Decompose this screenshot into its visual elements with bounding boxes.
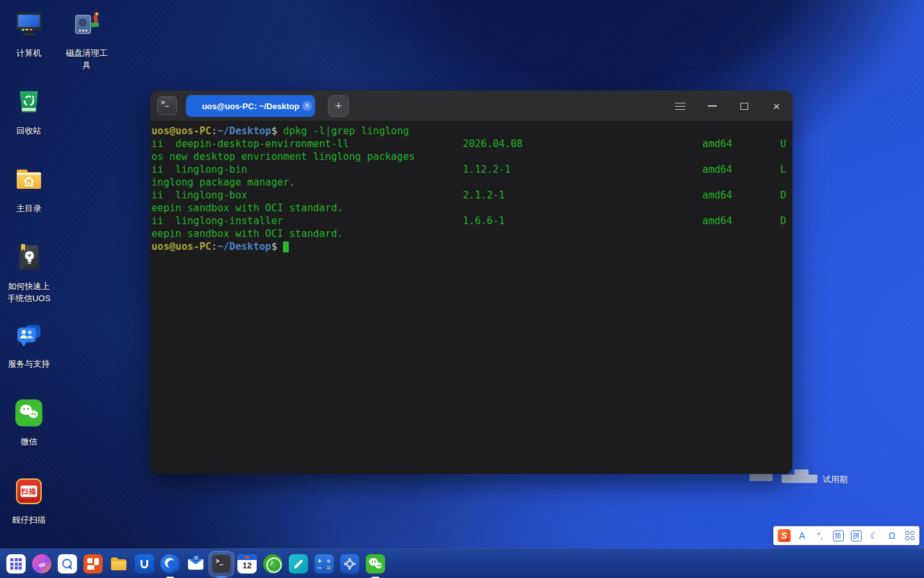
dock-app-store[interactable] <box>83 554 103 574</box>
dock-control-center[interactable] <box>340 554 359 574</box>
guide-book-icon <box>15 243 43 272</box>
people-icon <box>19 329 35 340</box>
music-icon: ♪ <box>263 554 282 574</box>
terminal-output: uos@uos-PC:~/Desktop$ dpkg -l|grep lingl… <box>151 125 792 253</box>
new-tab-button[interactable]: + <box>328 95 349 117</box>
dock-calculator[interactable]: +÷ −= <box>314 554 334 574</box>
recycle-bin-icon <box>15 88 43 116</box>
calendar-icon: 12 <box>237 554 257 574</box>
dock-terminal[interactable]: >_ <box>212 554 231 574</box>
ime-simplified-toggle[interactable]: 简 <box>831 529 845 543</box>
window-maximize-button[interactable] <box>733 94 756 118</box>
maximize-icon <box>740 103 748 110</box>
mail-icon: @ <box>186 554 205 574</box>
computer-icon <box>15 10 43 39</box>
desktop-icon-label: 如何快速上手统信UOS <box>5 280 53 304</box>
desktop-icon-label: 回收站 <box>17 125 42 137</box>
desktop-icon-label: 计算机 <box>17 47 42 59</box>
house-icon <box>23 176 35 187</box>
desktop-icon-service-support[interactable]: 服务与支持 <box>2 321 56 370</box>
trial-watermark-shape <box>749 474 773 481</box>
dock-uos-ai[interactable]: ∞ <box>32 554 51 574</box>
ime-toolbox[interactable] <box>903 529 917 543</box>
taskbar: ∞ @ >_ 12 ♪ +÷ −= <box>0 548 924 578</box>
desktop-icon-label: 服务与支持 <box>8 358 50 370</box>
app-store-icon <box>83 554 103 574</box>
dock-app-market[interactable] <box>135 554 154 574</box>
ime-sogou-logo[interactable]: S <box>777 529 791 543</box>
close-icon: × <box>773 100 780 112</box>
lightbulb-icon <box>22 249 37 266</box>
terminal-content-area[interactable]: uos@uos-PC:~/Desktop$ dpkg -l|grep lingl… <box>150 121 792 474</box>
desktop-icon-computer[interactable]: 计算机 <box>2 10 56 59</box>
desktop-icon-label: 微信 <box>21 435 37 448</box>
home-folder-icon <box>15 166 43 194</box>
file-manager-icon <box>109 554 128 574</box>
dock-text-editor[interactable] <box>289 554 308 574</box>
browser-icon <box>160 554 180 574</box>
desktop-icon-disk-cleaner[interactable]: ★ 磁盘清理工具 <box>60 10 114 71</box>
terminal-tab-title: uos@uos-PC: ~/Desktop <box>202 101 300 111</box>
dock-mail[interactable]: @ <box>186 554 205 574</box>
terminal-window: >_ uos@uos-PC: ~/Desktop × + × uos@uos-P… <box>150 91 792 474</box>
desktop-icon-label: 靓仔扫描 <box>12 514 46 526</box>
recycle-arrows-icon <box>22 94 36 107</box>
desktop-icon-recycle-bin[interactable]: 回收站 <box>2 88 56 137</box>
desktop-icon-wechat[interactable]: 微信 <box>2 399 56 448</box>
disk-cleaner-icon: ★ <box>73 10 101 39</box>
calendar-day: 12 <box>237 561 257 570</box>
terminal-icon: >_ <box>212 554 231 574</box>
tab-close-icon[interactable]: × <box>302 101 312 111</box>
ime-punctuation-toggle[interactable]: °, <box>813 529 827 543</box>
menu-icon <box>675 103 685 110</box>
text-editor-icon <box>289 554 308 574</box>
trial-watermark-shape <box>782 475 817 483</box>
ime-night-mode[interactable]: ☾ <box>867 529 881 543</box>
dock-music[interactable]: ♪ <box>263 554 282 574</box>
desktop: 计算机 ★ 磁盘清理工具 回收站 主目录 <box>0 0 924 578</box>
dock-browser[interactable] <box>160 554 180 574</box>
minimize-icon <box>708 105 717 107</box>
wechat-icon <box>366 554 385 574</box>
desktop-icon-uos-guide[interactable]: 如何快速上手统信UOS <box>2 243 56 304</box>
wechat-icon <box>15 399 43 427</box>
scan-app-icon: 扫描 <box>15 477 43 505</box>
dock-file-manager[interactable] <box>109 554 128 574</box>
uos-ai-icon: ∞ <box>32 554 51 574</box>
window-minimize-button[interactable] <box>701 94 724 118</box>
dock-grand-search[interactable] <box>58 554 77 574</box>
ime-pinyin-keyboard[interactable]: 拼 <box>849 529 863 543</box>
desktop-icon-home[interactable]: 主目录 <box>2 166 56 215</box>
desktop-icon-scan[interactable]: 扫描 靓仔扫描 <box>2 477 56 526</box>
dock-wechat[interactable] <box>366 554 385 574</box>
terminal-titlebar[interactable]: >_ uos@uos-PC: ~/Desktop × + × <box>150 91 792 121</box>
ime-english-toggle[interactable]: A <box>795 529 809 543</box>
sogou-icon: S <box>778 529 791 542</box>
calculator-icon: +÷ −= <box>314 554 334 574</box>
ime-toolbar: S A °, 简 拼 ☾ Ω <box>773 526 920 545</box>
gear-icon <box>340 554 359 574</box>
grid-icon <box>905 531 914 540</box>
scan-icon-text: 扫描 <box>21 487 37 496</box>
desktop-icon-label: 主目录 <box>17 202 42 215</box>
app-market-icon <box>135 554 154 574</box>
search-icon <box>58 554 77 574</box>
dock-calendar[interactable]: 12 <box>237 554 257 574</box>
dock: ∞ @ >_ 12 ♪ +÷ −= <box>6 554 385 574</box>
service-support-icon <box>15 321 43 349</box>
window-close-button[interactable]: × <box>765 94 788 118</box>
window-menu-button[interactable] <box>669 94 692 118</box>
ime-symbols[interactable]: Ω <box>885 529 899 543</box>
trial-period-label: 试用期 <box>823 474 848 486</box>
terminal-tab[interactable]: uos@uos-PC: ~/Desktop × <box>186 95 315 117</box>
terminal-app-icon: >_ <box>157 96 177 115</box>
launcher-grid-icon <box>6 554 26 574</box>
dock-launcher[interactable] <box>6 554 26 574</box>
desktop-icon-label: 磁盘清理工具 <box>63 47 110 71</box>
